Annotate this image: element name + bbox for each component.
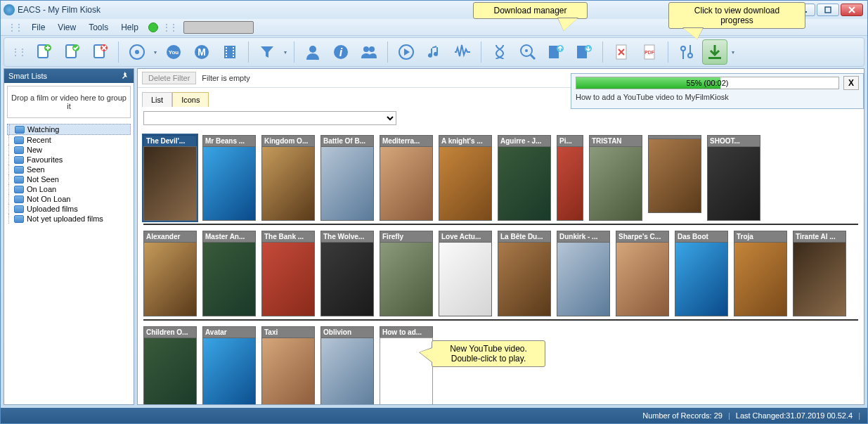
- app-icon: [4, 4, 15, 15]
- dna-icon[interactable]: [487, 39, 512, 65]
- delete-filter-button[interactable]: Delete Filter: [142, 72, 196, 84]
- film-title: Troja: [734, 231, 787, 242]
- film-title: Aguirre - J...: [498, 135, 551, 146]
- film-title: Battle Of B...: [320, 135, 374, 146]
- film-card[interactable]: Pi...: [557, 135, 583, 221]
- grip-icon: ⋮⋮: [8, 47, 28, 57]
- film-poster: [589, 146, 642, 221]
- film-card[interactable]: [648, 135, 701, 221]
- settings-icon[interactable]: [674, 39, 699, 65]
- doc-check-icon[interactable]: [59, 39, 84, 65]
- film-poster: [439, 146, 492, 221]
- sidebar-item[interactable]: Recent: [7, 135, 131, 145]
- film-title: TRISTAN: [589, 135, 642, 146]
- waveform-icon[interactable]: [450, 39, 475, 65]
- film-card[interactable]: SHOOT...: [707, 135, 760, 221]
- film-poster: [261, 146, 315, 221]
- film-card[interactable]: Master An...: [202, 231, 256, 316]
- sidebar-item[interactable]: Seen: [7, 165, 131, 174]
- film-up-icon[interactable]: [543, 39, 569, 65]
- film-down-icon[interactable]: [571, 39, 597, 65]
- music-icon[interactable]: [422, 39, 447, 65]
- doc-x-icon[interactable]: [609, 39, 634, 65]
- download-dropdown[interactable]: [730, 39, 736, 65]
- youtube-icon[interactable]: You: [161, 39, 186, 65]
- film-poster: [202, 338, 256, 404]
- svg-rect-21: [233, 53, 234, 54]
- film-title: The Bank ...: [261, 231, 315, 242]
- folder-icon: [14, 146, 24, 154]
- m-icon[interactable]: M: [189, 39, 214, 65]
- sidebar-title: Smart Lists: [8, 72, 47, 80]
- maximize-button[interactable]: [817, 4, 839, 16]
- smart-lists-tree: WatchingRecentNewFavouritesSeenNot SeenO…: [7, 124, 131, 224]
- film-card[interactable]: The Wolve...: [320, 231, 374, 316]
- film-card[interactable]: Firefly: [380, 231, 433, 316]
- disc-icon[interactable]: [124, 39, 150, 65]
- film-icon[interactable]: [217, 39, 242, 65]
- sidebar-item[interactable]: New: [7, 145, 131, 155]
- drop-zone[interactable]: Drop a film or video here to group it: [7, 86, 131, 118]
- menu-file[interactable]: File: [26, 21, 51, 34]
- film-card[interactable]: Tirante Al ...: [793, 231, 846, 316]
- film-card[interactable]: Das Boot: [675, 231, 728, 316]
- film-card[interactable]: The Devil'...: [143, 135, 197, 221]
- pin-icon[interactable]: [119, 71, 129, 81]
- tab-icons[interactable]: Icons: [172, 92, 209, 107]
- filter-dropdown[interactable]: [283, 39, 288, 65]
- film-card[interactable]: Aguirre - J...: [498, 135, 551, 221]
- info-icon[interactable]: i: [328, 39, 354, 65]
- close-button[interactable]: [841, 4, 863, 16]
- film-card[interactable]: La Bête Du...: [498, 231, 551, 316]
- film-card[interactable]: Troja: [734, 231, 787, 316]
- film-card[interactable]: Taxi: [261, 326, 315, 404]
- sidebar-item[interactable]: Favourites: [7, 155, 131, 165]
- film-card[interactable]: Sharpe's C...: [616, 231, 669, 316]
- doc-delete-icon[interactable]: [87, 39, 112, 65]
- tab-list[interactable]: List: [142, 92, 172, 107]
- filter-icon[interactable]: [254, 39, 280, 65]
- film-card[interactable]: Mr Beans ...: [202, 135, 256, 221]
- download-close-button[interactable]: X: [843, 76, 859, 90]
- grip-icon: ⋮⋮: [5, 23, 25, 32]
- search-dropdown[interactable]: [143, 111, 396, 125]
- toolbar: ⋮⋮ You M i PDF: [4, 37, 864, 67]
- sidebar-item[interactable]: Watching: [7, 124, 131, 135]
- sidebar-item[interactable]: Not Seen: [7, 174, 131, 184]
- sidebar-item[interactable]: Not yet uploaded films: [7, 214, 131, 224]
- sidebar-item[interactable]: Not On Loan: [7, 194, 131, 204]
- film-title: Oblivion: [320, 326, 374, 338]
- film-card[interactable]: Avatar: [202, 326, 256, 404]
- new-doc-plus-icon[interactable]: [31, 39, 56, 65]
- menu-tools[interactable]: Tools: [83, 21, 114, 34]
- download-manager-button[interactable]: [702, 39, 727, 65]
- film-card[interactable]: How to ad...: [380, 326, 433, 404]
- film-card[interactable]: A knight's ...: [439, 135, 492, 221]
- svg-point-30: [525, 49, 528, 52]
- play-icon[interactable]: [394, 39, 419, 65]
- menu-search-box[interactable]: [183, 21, 254, 34]
- people-icon[interactable]: [356, 39, 382, 65]
- menu-view[interactable]: View: [52, 21, 82, 34]
- disc-dropdown[interactable]: [153, 39, 158, 65]
- film-card[interactable]: Children O...: [143, 326, 197, 404]
- film-card[interactable]: TRISTAN: [589, 135, 642, 221]
- menu-help[interactable]: Help: [115, 21, 144, 34]
- sidebar-item[interactable]: On Loan: [7, 184, 131, 194]
- pdf-icon[interactable]: PDF: [637, 39, 662, 65]
- film-card[interactable]: Mediterra...: [380, 135, 433, 221]
- sidebar-item[interactable]: Uploaded films: [7, 204, 131, 214]
- folder-icon: [15, 126, 25, 134]
- disc-search-icon[interactable]: [515, 39, 540, 65]
- film-card[interactable]: Kingdom O...: [261, 135, 315, 221]
- film-title: Alexander: [143, 231, 197, 242]
- film-card[interactable]: The Bank ...: [261, 231, 315, 316]
- film-card[interactable]: Alexander: [143, 231, 197, 316]
- film-card[interactable]: Dunkirk - ...: [557, 231, 610, 316]
- film-card[interactable]: Oblivion: [320, 326, 374, 404]
- person-icon[interactable]: [300, 39, 325, 65]
- film-title: Mr Beans ...: [202, 135, 256, 146]
- film-card[interactable]: Love Actu...: [439, 231, 492, 316]
- film-card[interactable]: Battle Of B...: [320, 135, 374, 221]
- film-poster: [439, 242, 492, 316]
